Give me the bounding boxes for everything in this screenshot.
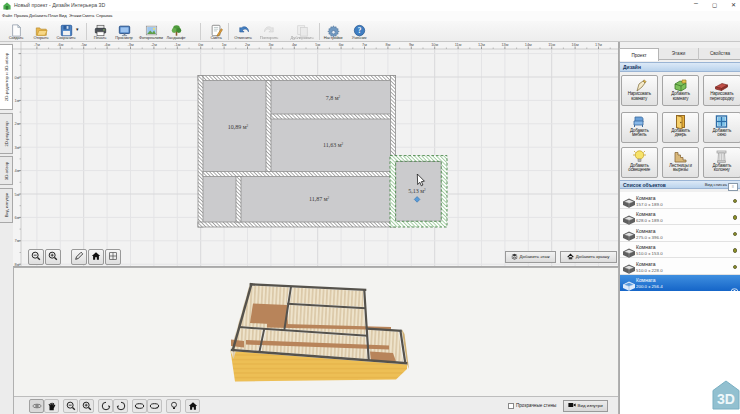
svg-text:-5м: -5м (81, 42, 87, 47)
svg-text:8м: 8м (385, 42, 390, 47)
svg-text:3м: 3м (15, 145, 20, 150)
svg-text:12м: 12м (478, 42, 485, 47)
svg-text:-3м: -3м (127, 42, 133, 47)
svg-text:8м: 8м (15, 262, 20, 266)
svg-text:11м: 11м (455, 42, 462, 47)
svg-text:5м: 5м (315, 42, 320, 47)
svg-text:7,8 м2: 7,8 м2 (326, 95, 341, 101)
svg-text:0м: 0м (198, 42, 203, 47)
svg-text:6м: 6м (15, 215, 20, 220)
svg-text:11,87 м2: 11,87 м2 (309, 196, 330, 202)
svg-text:2м: 2м (245, 42, 250, 47)
svg-text:-7м: -7м (34, 42, 40, 47)
svg-text:2D-редактор и 3D-обзор: 2D-редактор и 3D-обзор (4, 52, 9, 101)
svg-text:6м: 6м (339, 42, 344, 47)
svg-text:-1м: -1м (174, 42, 180, 47)
svg-text:7м: 7м (15, 238, 20, 243)
svg-text:2м: 2м (15, 121, 20, 126)
svg-text:1м: 1м (222, 42, 227, 47)
svg-text:-2м: -2м (151, 42, 157, 47)
svg-text:7м: 7м (362, 42, 367, 47)
svg-text:13м: 13м (501, 42, 508, 47)
svg-text:10м: 10м (431, 42, 438, 47)
svg-text:Вид изнутри: Вид изнутри (4, 192, 9, 217)
svg-text:?: ? (357, 26, 361, 35)
svg-text:3м: 3м (268, 42, 273, 47)
svg-text:0м: 0м (15, 75, 20, 80)
svg-text:-4м: -4м (104, 42, 110, 47)
svg-text:4м: 4м (15, 168, 20, 173)
svg-text:10,89 м2: 10,89 м2 (228, 124, 249, 130)
svg-text:16м: 16м (572, 42, 579, 47)
svg-text:4м: 4м (292, 42, 297, 47)
svg-text:5,13 м2: 5,13 м2 (408, 188, 426, 194)
svg-text:3D: 3D (717, 391, 735, 407)
svg-text:3D-обзор: 3D-обзор (4, 161, 9, 180)
svg-text:1м: 1м (15, 98, 20, 103)
svg-text:5м: 5м (15, 192, 20, 197)
svg-text:2D-редактор: 2D-редактор (4, 121, 9, 147)
svg-text:-6м: -6м (57, 42, 63, 47)
svg-text:11,63 м2: 11,63 м2 (323, 142, 344, 148)
svg-text:17м: 17м (595, 42, 602, 47)
svg-text:15м: 15м (548, 42, 555, 47)
svg-text:9м: 9м (409, 42, 414, 47)
svg-text:14м: 14м (525, 42, 532, 47)
